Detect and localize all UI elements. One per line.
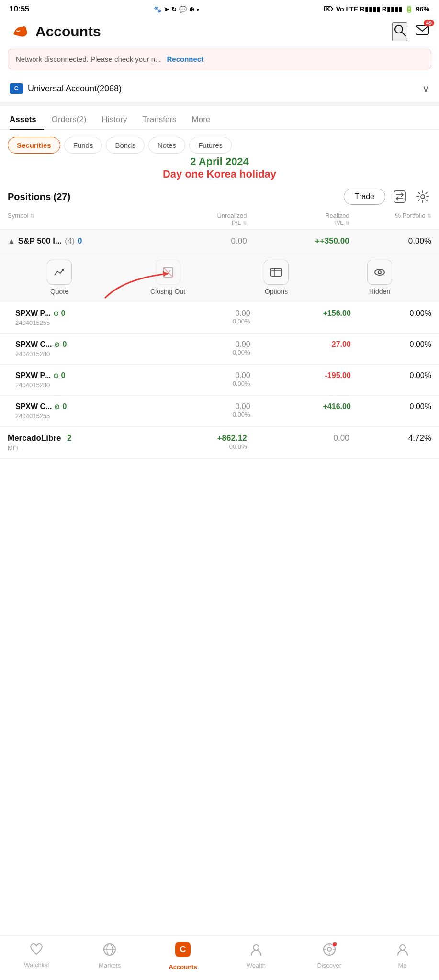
app-header: Accounts 49 bbox=[0, 16, 439, 49]
category-notes[interactable]: Notes bbox=[148, 137, 185, 154]
trade-button[interactable]: Trade bbox=[344, 189, 385, 205]
portfolio-sort-icon: ⇅ bbox=[427, 213, 431, 219]
svg-point-8 bbox=[421, 195, 425, 199]
nav-discover[interactable]: Discover bbox=[310, 942, 349, 969]
alert-banner: Network disconnected. Please check your … bbox=[8, 49, 431, 69]
alert-text: Network disconnected. Please check your … bbox=[16, 55, 161, 63]
category-funds[interactable]: Funds bbox=[64, 137, 102, 154]
signal-icon: Vo LTE R▮▮▮▮ R▮▮▮▮ bbox=[336, 5, 402, 13]
account-icon: C bbox=[10, 83, 23, 94]
tab-history[interactable]: History bbox=[94, 111, 135, 129]
category-securities[interactable]: Securities bbox=[8, 137, 60, 154]
overlay-text: 2 April 2024 Day one Korea holiday bbox=[0, 153, 439, 182]
ml-portfolio: 4.72% bbox=[349, 434, 431, 443]
hidden-icon bbox=[367, 260, 392, 285]
reconnect-button[interactable]: Reconnect bbox=[167, 55, 204, 63]
tab-transfers[interactable]: Transfers bbox=[135, 111, 184, 129]
col-header-unrealized[interactable]: UnrealizedP/L ⇅ bbox=[144, 212, 247, 226]
spxw-unrealized-3: 0.00 0.00% bbox=[149, 402, 250, 418]
transfer-icon-button[interactable] bbox=[391, 188, 408, 205]
svg-point-1 bbox=[22, 26, 26, 31]
settings-icon-button[interactable] bbox=[414, 188, 431, 205]
ml-qty: 2 bbox=[67, 434, 71, 443]
status-right: ⌦ Vo LTE R▮▮▮▮ R▮▮▮▮ 🔋 96% bbox=[324, 5, 429, 13]
mail-button[interactable]: 49 bbox=[415, 23, 429, 40]
category-bonds[interactable]: Bonds bbox=[106, 137, 145, 154]
quote-icon bbox=[47, 260, 72, 285]
search-button[interactable] bbox=[392, 22, 407, 41]
spxw-unrealized-2: 0.00 0.00% bbox=[149, 371, 250, 387]
chevron-down-icon: ∨ bbox=[422, 83, 429, 94]
clock-icon-2: ⊙ bbox=[53, 372, 59, 379]
overlay-date: 2 April 2024 bbox=[0, 156, 439, 168]
spx-group-unrealized: 0.00 bbox=[144, 236, 247, 246]
nav-watchlist-label: Watchlist bbox=[24, 961, 49, 969]
main-tabs: Assets Orders(2) History Transfers More bbox=[0, 106, 439, 130]
me-icon bbox=[395, 942, 410, 960]
svg-point-29 bbox=[400, 945, 405, 950]
svg-line-10 bbox=[163, 267, 173, 277]
svg-rect-11 bbox=[271, 268, 281, 276]
svg-text:C: C bbox=[180, 945, 186, 954]
battery-percent: 96% bbox=[416, 5, 429, 13]
category-futures[interactable]: Futures bbox=[189, 137, 232, 154]
group-collapse-icon: ▲ bbox=[8, 237, 15, 245]
spx-group-realized: ++350.00 bbox=[247, 236, 349, 246]
nav-watchlist[interactable]: Watchlist bbox=[17, 943, 56, 969]
svg-point-24 bbox=[327, 947, 331, 951]
col-header-symbol[interactable]: Symbol ⇅ bbox=[8, 212, 144, 226]
nav-wealth-label: Wealth bbox=[247, 962, 266, 969]
unrealized-sort-icon: ⇅ bbox=[243, 220, 247, 226]
options-action[interactable]: Options bbox=[264, 260, 289, 295]
bluetooth-icon: ⌦ bbox=[324, 5, 333, 13]
overlay-holiday: Day one Korea holiday bbox=[0, 168, 439, 180]
header-title: Accounts bbox=[35, 23, 101, 40]
nav-me-label: Me bbox=[398, 962, 407, 969]
spxw-row-0[interactable]: SPXW P... ⊙ 0 2404015255 0.00 0.00% +156… bbox=[0, 302, 439, 334]
spxw-portfolio-2: 0.00% bbox=[351, 371, 431, 380]
spxw-row-3[interactable]: SPXW C... ⊙ 0 2404015255 0.00 0.00% +416… bbox=[0, 396, 439, 427]
spxw-symbol-0: SPXW P... ⊙ 0 bbox=[15, 309, 149, 318]
spxw-unrealized-0: 0.00 0.00% bbox=[149, 309, 250, 325]
nav-markets[interactable]: Markets bbox=[90, 942, 129, 969]
tab-assets[interactable]: Assets bbox=[10, 111, 44, 129]
quote-label: Quote bbox=[50, 288, 68, 295]
svg-rect-5 bbox=[394, 191, 405, 202]
account-selector[interactable]: C Universal Account(2068) ∨ bbox=[0, 75, 439, 102]
hidden-action[interactable]: Hidden bbox=[367, 260, 392, 295]
tab-orders[interactable]: Orders(2) bbox=[44, 111, 94, 129]
spxw-portfolio-3: 0.00% bbox=[351, 402, 431, 411]
column-headers: Symbol ⇅ UnrealizedP/L ⇅ RealizedP/L ⇅ %… bbox=[0, 209, 439, 230]
realized-sort-icon: ⇅ bbox=[345, 220, 349, 226]
positions-title: Positions (27) bbox=[8, 191, 338, 202]
col-header-realized[interactable]: RealizedP/L ⇅ bbox=[247, 212, 349, 226]
action-row: Quote Closing Out Options bbox=[0, 253, 439, 302]
spx-group-row[interactable]: ▲ S&P 500 I... (4) 0 0.00 ++350.00 0.00% bbox=[0, 230, 439, 253]
header-right: 49 bbox=[392, 22, 429, 41]
svg-point-22 bbox=[253, 945, 259, 950]
spxw-unrealized-1: 0.00 0.00% bbox=[149, 340, 250, 356]
nav-accounts[interactable]: C Accounts bbox=[164, 941, 202, 970]
markets-icon bbox=[102, 942, 117, 960]
tab-more[interactable]: More bbox=[184, 111, 218, 129]
closing-out-icon bbox=[156, 260, 180, 285]
quote-action[interactable]: Quote bbox=[47, 260, 72, 295]
wealth-icon bbox=[249, 942, 263, 960]
spxw-realized-1: -27.00 bbox=[250, 340, 351, 349]
spx-group-portfolio: 0.00% bbox=[349, 236, 431, 246]
spxw-portfolio-0: 0.00% bbox=[351, 309, 431, 318]
clock-icon-1: ⊙ bbox=[54, 341, 60, 348]
nav-wealth[interactable]: Wealth bbox=[237, 942, 275, 969]
col-header-portfolio[interactable]: % Portfolio ⇅ bbox=[349, 212, 431, 226]
spxw-row-1[interactable]: SPXW C... ⊙ 0 2404015280 0.00 0.00% -27.… bbox=[0, 334, 439, 365]
mercadolibre-row[interactable]: MercadoLibre 2 MEL +862.12 00.0% 0.00 4.… bbox=[0, 427, 439, 459]
accounts-icon: C bbox=[174, 941, 191, 961]
nav-discover-label: Discover bbox=[317, 962, 341, 969]
spxw-row-2[interactable]: SPXW P... ⊙ 0 2404015230 0.00 0.00% -195… bbox=[0, 365, 439, 396]
ml-unrealized: +862.12 00.0% bbox=[144, 434, 247, 450]
closing-out-action[interactable]: Closing Out bbox=[150, 260, 185, 295]
svg-point-14 bbox=[375, 269, 384, 275]
heart-icon bbox=[29, 943, 44, 959]
positions-header: Positions (27) Trade bbox=[0, 182, 439, 209]
nav-me[interactable]: Me bbox=[383, 942, 422, 969]
